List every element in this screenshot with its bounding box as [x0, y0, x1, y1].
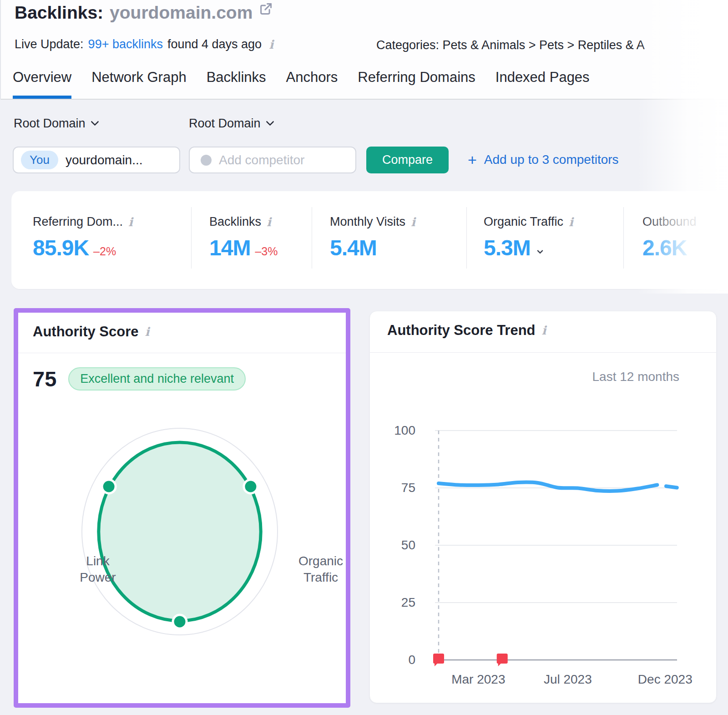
info-icon[interactable]: i: [569, 216, 573, 228]
info-icon[interactable]: i: [542, 325, 546, 336]
competitor-dot-icon: [201, 155, 212, 166]
x-tick-label: Dec 2023: [638, 672, 693, 686]
divider: [312, 207, 312, 269]
metric-label: Referring Dom...: [33, 215, 123, 229]
note-flag-icon[interactable]: [497, 654, 508, 666]
authority-score-badge: Excellent and niche relevant: [68, 367, 246, 390]
metric-delta: –3%: [255, 245, 278, 258]
authority-score-card: Authority Score i 75 Excellent and niche…: [14, 308, 350, 708]
root-domain-selector-1[interactable]: Root Domain: [14, 117, 98, 131]
tab-network-graph[interactable]: Network Graph: [91, 64, 186, 99]
trend-line-chart: 1007550250Mar 2023Jul 2023Dec 2023: [370, 416, 717, 698]
metric-backlinks: Backlinks i 14M –3%: [209, 215, 278, 260]
divider: [466, 207, 467, 269]
compare-button[interactable]: Compare: [366, 147, 449, 173]
divider: [18, 353, 346, 353]
plus-icon: +: [468, 152, 477, 167]
authority-score-radar-chart: [32, 419, 341, 674]
chevron-down-icon: [91, 117, 99, 126]
y-tick-label: 50: [401, 538, 415, 552]
tab-anchors[interactable]: Anchors: [286, 64, 338, 99]
tab-backlinks[interactable]: Backlinks: [207, 64, 266, 99]
you-badge: You: [21, 151, 58, 169]
y-tick-label: 0: [408, 653, 415, 667]
authority-score-value: 75: [33, 366, 56, 391]
chevron-down-icon[interactable]: [537, 248, 543, 254]
metric-value: 5.4M: [330, 235, 377, 260]
metric-label: Organic Traffic: [484, 215, 563, 229]
live-update-label: Live Update:: [15, 37, 84, 51]
radar-dot[interactable]: [244, 480, 258, 493]
metric-outbound: Outbound 2.6K: [642, 215, 697, 260]
metric-label: Outbound: [642, 215, 697, 229]
live-update-row: Live Update: 99+ backlinks found 4 days …: [15, 37, 273, 51]
radar-axis-label-link-power: LinkPower: [61, 553, 134, 586]
live-update-link[interactable]: 99+ backlinks: [88, 37, 163, 51]
y-tick-label: 100: [394, 423, 415, 437]
info-icon[interactable]: i: [267, 216, 271, 228]
page-title-prefix: Backlinks:: [15, 3, 103, 23]
categories-breadcrumb: Categories: Pets & Animals > Pets > Rept…: [376, 38, 645, 52]
tab-bar: Overview Network Graph Backlinks Anchors…: [1, 64, 728, 100]
metric-delta: –2%: [93, 245, 116, 258]
chevron-down-icon: [266, 117, 274, 126]
note-flag-icon[interactable]: [433, 654, 444, 666]
authority-score-trend-card: Authority Score Trend i Last 12 months 1…: [369, 311, 717, 703]
metric-value: 14M: [209, 235, 250, 260]
metric-label: Backlinks: [209, 215, 261, 229]
metric-organic-traffic: Organic Traffic i 5.3M: [484, 215, 573, 260]
divider: [191, 207, 192, 269]
root-domain-selector-2[interactable]: Root Domain: [189, 117, 273, 131]
info-icon[interactable]: i: [145, 326, 150, 338]
radar-svg: [32, 419, 341, 674]
your-domain-input[interactable]: You yourdomain...: [13, 147, 180, 173]
trend-title: Authority Score Trend: [387, 322, 536, 339]
add-competitor-input[interactable]: Add competitor: [189, 147, 356, 173]
authority-score-title: Authority Score: [33, 324, 139, 340]
info-icon[interactable]: i: [128, 216, 133, 228]
add-competitors-label: Add up to 3 competitors: [484, 152, 619, 167]
info-icon[interactable]: i: [269, 39, 273, 51]
metrics-summary-card: Referring Dom... i 85.9K –2% Backlinks i…: [11, 191, 728, 289]
tab-referring-domains[interactable]: Referring Domains: [358, 64, 475, 99]
trend-range-label: Last 12 months: [592, 370, 679, 384]
page-title-domain: yourdomain.com: [110, 3, 253, 23]
live-update-suffix: found 4 days ago: [167, 37, 262, 51]
metric-referring-domains: Referring Dom... i 85.9K –2%: [33, 215, 133, 260]
trend-line-forecast: [666, 486, 677, 487]
root-domain-label-1: Root Domain: [14, 117, 86, 131]
metric-value: 2.6K: [642, 235, 687, 260]
add-competitors-link[interactable]: + Add up to 3 competitors: [468, 152, 619, 167]
y-tick-label: 75: [401, 481, 415, 495]
page-header: Backlinks: yourdomain.com Live Update: 9…: [0, 0, 728, 100]
external-link-icon[interactable]: [259, 2, 273, 18]
trend-line: [439, 482, 657, 491]
x-tick-label: Jul 2023: [544, 672, 592, 686]
tab-indexed-pages[interactable]: Indexed Pages: [495, 64, 590, 99]
radar-dot[interactable]: [102, 480, 116, 493]
metric-value: 85.9K: [33, 235, 89, 260]
your-domain-value: yourdomain...: [66, 153, 143, 167]
x-tick-label: Mar 2023: [451, 672, 505, 686]
radar-dot[interactable]: [173, 615, 187, 629]
metric-value: 5.3M: [484, 235, 531, 260]
tab-overview[interactable]: Overview: [13, 64, 71, 99]
root-domain-label-2: Root Domain: [189, 117, 261, 131]
metric-label: Monthly Visits: [330, 215, 405, 229]
metric-monthly-visits: Monthly Visits i 5.4M: [330, 215, 415, 260]
add-competitor-placeholder: Add competitor: [219, 153, 304, 167]
y-tick-label: 25: [401, 595, 415, 609]
page-title: Backlinks: yourdomain.com: [15, 3, 273, 23]
divider: [370, 352, 716, 353]
info-icon[interactable]: i: [411, 216, 415, 228]
radar-axis-label-organic-traffic: OrganicTraffic: [280, 553, 362, 586]
radar-score-blob: [99, 442, 261, 621]
divider: [623, 207, 624, 269]
